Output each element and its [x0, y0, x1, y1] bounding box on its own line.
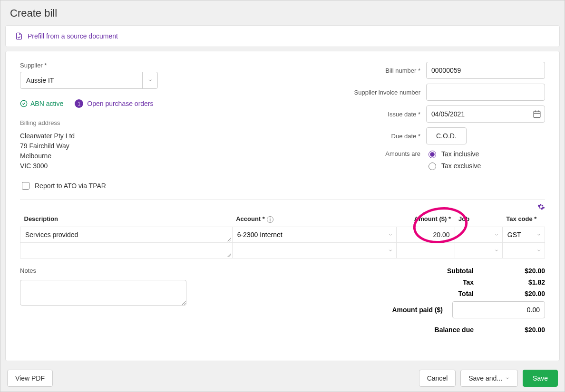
- supplier-invoice-label: Supplier invoice number: [340, 89, 420, 96]
- svg-point-0: [20, 100, 27, 106]
- account-value: 6-2300 Internet: [233, 231, 385, 239]
- table-row: [20, 242, 545, 258]
- abn-status: ABN active: [20, 100, 63, 107]
- chevron-down-icon: [536, 248, 541, 253]
- col-header-job: Job: [455, 211, 502, 227]
- save-button[interactable]: Save: [523, 370, 558, 387]
- taxcode-select[interactable]: GST: [503, 227, 545, 242]
- footer-bar: View PDF Cancel Save and... Save: [0, 365, 565, 392]
- tpar-checkbox-row[interactable]: Report to ATO via TPAR: [20, 181, 282, 191]
- calendar-icon[interactable]: [533, 110, 541, 118]
- tpar-checkbox[interactable]: [22, 182, 29, 190]
- billing-line1: Clearwater Pty Ltd: [20, 131, 282, 141]
- balance-due-value: $20.00: [483, 326, 545, 334]
- prefill-link[interactable]: Prefill from a source document: [28, 32, 118, 40]
- supplier-select[interactable]: Aussie IT: [20, 72, 158, 89]
- billing-line2: 79 Fairchild Way: [20, 141, 282, 151]
- account-select[interactable]: [233, 243, 396, 258]
- billing-line4: VIC 3000: [20, 161, 282, 171]
- due-date-label: Due date *: [340, 133, 420, 140]
- col-header-account: Account *i: [232, 211, 396, 227]
- job-select[interactable]: [455, 227, 502, 242]
- amount-input[interactable]: [397, 243, 455, 258]
- total-value: $20.00: [483, 290, 545, 297]
- chevron-down-icon: [494, 232, 499, 237]
- tax-exclusive-label: Tax exclusive: [441, 162, 481, 170]
- account-select[interactable]: 6-2300 Internet: [233, 227, 396, 242]
- supplier-dropdown-button[interactable]: [142, 72, 157, 88]
- cancel-button[interactable]: Cancel: [419, 370, 456, 387]
- supplier-invoice-input[interactable]: [426, 84, 545, 101]
- tax-inclusive-option[interactable]: Tax inclusive: [426, 149, 545, 158]
- info-icon[interactable]: i: [267, 216, 273, 223]
- gear-icon[interactable]: [537, 203, 545, 210]
- tpar-label: Report to ATO via TPAR: [35, 182, 106, 190]
- supplier-label: Supplier *: [20, 62, 282, 69]
- tax-exclusive-option[interactable]: Tax exclusive: [426, 161, 545, 170]
- main-form-panel: Supplier * Aussie IT ABN active 1 Open p…: [5, 51, 560, 361]
- description-input[interactable]: [20, 243, 232, 258]
- page-title: Create bill: [0, 0, 565, 25]
- svg-rect-1: [534, 111, 540, 118]
- open-po-count-badge: 1: [75, 99, 83, 108]
- supplier-value: Aussie IT: [20, 76, 142, 84]
- tax-value: $1.82: [483, 278, 545, 286]
- chevron-down-icon: [148, 78, 153, 83]
- document-icon: [15, 32, 23, 40]
- chevron-down-icon: [494, 248, 499, 253]
- notes-label: Notes: [20, 267, 230, 274]
- description-input[interactable]: [20, 227, 232, 242]
- issue-date-input[interactable]: [426, 105, 545, 123]
- bill-number-label: Bill number *: [340, 67, 420, 74]
- chevron-down-icon: [536, 232, 541, 237]
- chevron-down-icon: [388, 248, 393, 253]
- billing-address: Clearwater Pty Ltd 79 Fairchild Way Melb…: [20, 131, 282, 171]
- amount-paid-input[interactable]: [452, 301, 545, 318]
- due-date-button[interactable]: C.O.D.: [426, 127, 467, 144]
- resize-handle-icon[interactable]: [227, 253, 231, 257]
- abn-status-label: ABN active: [30, 100, 63, 107]
- taxcode-value: GST: [503, 231, 533, 239]
- save-and-button[interactable]: Save and...: [460, 370, 518, 387]
- table-row: 6-2300 Internet GST: [20, 227, 545, 242]
- resize-handle-icon[interactable]: [227, 238, 231, 241]
- save-and-label: Save and...: [468, 374, 502, 382]
- tax-inclusive-radio[interactable]: [429, 151, 436, 158]
- check-circle-icon: [20, 100, 28, 107]
- taxcode-select[interactable]: [503, 243, 545, 258]
- line-items-table: Description Account *i Amount ($) * Job …: [20, 211, 545, 258]
- tax-exclusive-radio[interactable]: [429, 163, 436, 170]
- open-purchase-orders-link[interactable]: 1 Open purchase orders: [75, 99, 153, 108]
- col-header-taxcode: Tax code *: [502, 211, 545, 227]
- view-pdf-button[interactable]: View PDF: [7, 370, 53, 387]
- prefill-banner: Prefill from a source document: [5, 25, 560, 47]
- subtotal-label: Subtotal: [447, 267, 474, 275]
- balance-due-label: Balance due: [435, 326, 474, 334]
- chevron-down-icon: [505, 376, 510, 381]
- bill-number-input[interactable]: [426, 62, 545, 79]
- billing-line3: Melbourne: [20, 151, 282, 161]
- amount-paid-label: Amount paid ($): [392, 306, 443, 314]
- notes-textarea[interactable]: [20, 280, 186, 306]
- col-header-amount: Amount ($) *: [397, 211, 455, 227]
- amount-input[interactable]: [397, 227, 455, 242]
- billing-address-heading: Billing address: [20, 119, 282, 126]
- amounts-are-label: Amounts are: [340, 149, 420, 157]
- open-po-label: Open purchase orders: [87, 100, 153, 107]
- col-header-description: Description: [20, 211, 233, 227]
- totals-section: Subtotal$20.00 Tax$1.82 Total$20.00 Amou…: [282, 267, 545, 337]
- total-label: Total: [458, 290, 474, 297]
- tax-label: Tax: [463, 278, 474, 286]
- job-select[interactable]: [455, 243, 502, 258]
- tax-inclusive-label: Tax inclusive: [441, 150, 479, 158]
- subtotal-value: $20.00: [483, 267, 545, 275]
- issue-date-label: Issue date *: [340, 111, 420, 118]
- chevron-down-icon: [388, 232, 393, 237]
